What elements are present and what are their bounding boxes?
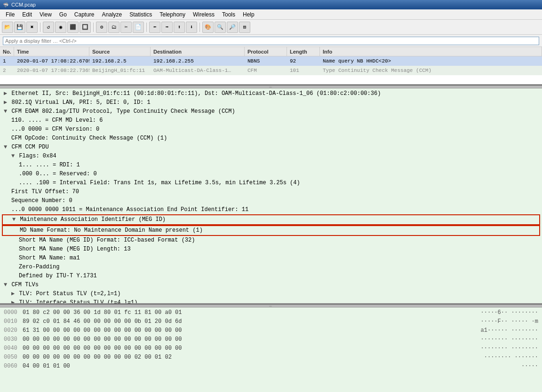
toolbar-sep-1 — [40, 23, 40, 32]
list-item[interactable]: ▼ CFM EOAM 802.1ag/ITU Protocol, Type Co… — [0, 107, 542, 116]
hex-offset: 0020 — [4, 327, 23, 335]
hex-ascii: ·····6·· ········ — [481, 309, 538, 317]
menu-item-view[interactable]: View — [36, 10, 56, 19]
toolbar-options[interactable]: ⚙ — [96, 22, 107, 33]
hex-ascii: ········ ········ — [481, 345, 538, 353]
col-header-source: Source — [89, 47, 151, 56]
menu-item-statistics[interactable]: Statistics — [126, 10, 156, 19]
list-item: 0060 04 00 01 01 00····· — [0, 362, 542, 371]
toolbar-zoom-out[interactable]: 🔎 — [227, 22, 238, 33]
toolbar-reload[interactable]: ↺ — [43, 22, 54, 33]
hex-ascii: a1······ ········ — [481, 327, 538, 335]
detail-text: ...0 0000 = CFM Version: 0 — [11, 126, 99, 133]
list-item: 0030 00 00 00 00 00 00 00 00 00 00 00 00… — [0, 335, 542, 344]
toolbar-capture-start[interactable]: ◉ — [55, 22, 66, 33]
hex-bytes: 00 00 00 00 00 00 00 00 00 00 00 02 00 0… — [23, 353, 477, 361]
table-row[interactable]: 12020-01-07 17:08:22.670598192.168.2.519… — [0, 56, 542, 66]
pkt-cell-2: BeijingH_01:fc:11 — [89, 68, 151, 73]
col-header-dest: Destination — [151, 47, 245, 56]
detail-text: 1... .... = RDI: 1 — [19, 162, 80, 168]
list-item[interactable]: ▼ CFM CCM PDU — [0, 143, 542, 152]
col-header-time: Time — [14, 47, 89, 56]
pkt-cell-4: CFM — [245, 68, 287, 73]
list-item: Short MA Name (MEG ID) Format: ICC-based… — [0, 236, 542, 245]
toolbar-save[interactable]: 💾 — [14, 22, 25, 33]
toolbar-interfaces[interactable]: 🗂 — [108, 22, 120, 33]
list-item: Defined by ITU-T Y.1731 — [0, 272, 542, 281]
list-item[interactable]: ▼ Maintenance Association Identifier (ME… — [2, 214, 540, 225]
list-item[interactable]: ▼ Flags: 0x84 — [0, 152, 542, 161]
hex-ascii: ········ ········ — [481, 336, 538, 344]
list-item: ...0 0000 0000 1011 = Maintenance Associ… — [0, 205, 542, 214]
detail-text: 110. .... = CFM MD Level: 6 — [11, 117, 103, 124]
toolbar-down[interactable]: ⬇ — [186, 22, 197, 33]
toolbar-up[interactable]: ⬆ — [174, 22, 185, 33]
list-item[interactable]: ▶ Ethernet II, Src: BeijingH_01:fc:11 (0… — [0, 89, 542, 98]
hex-ascii: ········ ······· — [484, 353, 538, 361]
menu-item-go[interactable]: Go — [56, 10, 71, 19]
toolbar-zoom-in[interactable]: 🔍 — [215, 22, 226, 33]
hex-bytes: 01 80 c2 00 00 36 00 1d 80 01 fc 11 81 0… — [23, 309, 473, 317]
toolbar-open[interactable]: 📂 — [2, 22, 13, 33]
list-item: 110. .... = CFM MD Level: 6 — [0, 116, 542, 125]
collapsed-icon: ▶ — [4, 90, 10, 97]
table-row[interactable]: 22020-01-07 17:08:22.736579BeijingH_01:f… — [0, 66, 542, 75]
col-header-proto: Protocol — [245, 47, 287, 56]
toolbar-copy[interactable]: 📄 — [133, 22, 144, 33]
hex-offset: 0010 — [4, 318, 23, 326]
title-bar: 🦈 CCM.pcap — [0, 0, 542, 9]
detail-text: ...0 0000 0000 1011 = Maintenance Associ… — [11, 206, 248, 213]
hex-ascii: ····· — [521, 362, 538, 370]
detail-text: Sequence Number: 0 — [11, 197, 72, 204]
col-header-length: Length — [287, 47, 320, 56]
menu-item-analyze[interactable]: Analyze — [98, 10, 126, 19]
detail-text: First TLV Offset: 70 — [11, 188, 79, 195]
list-item[interactable]: ▶ 802.1Q Virtual LAN, PRI: 5, DEI: 0, ID… — [0, 98, 542, 107]
toolbar-back[interactable]: ⬅ — [149, 22, 160, 33]
toolbar-capture-stop[interactable]: ⬛ — [67, 22, 79, 33]
packet-detail: ▶ Ethernet II, Src: BeijingH_01:fc:11 (0… — [0, 88, 542, 305]
pkt-cell-1: 2020-01-07 17:08:22.670598 — [14, 58, 89, 64]
menu-item-telephony[interactable]: Telephony — [156, 10, 189, 19]
toolbar-sep-4 — [199, 23, 200, 32]
menu-item-edit[interactable]: Edit — [18, 10, 36, 19]
detail-text: Flags: 0x84 — [19, 153, 56, 159]
list-item: Short MA Name: ma1 — [0, 254, 542, 263]
toolbar-cut[interactable]: ✂ — [120, 22, 132, 33]
pkt-cell-0: 2 — [0, 68, 14, 73]
toolbar-colorize[interactable]: 🎨 — [202, 22, 214, 33]
collapsed-icon: ▶ — [4, 99, 10, 106]
detail-text: CFM EOAM 802.1ag/ITU Protocol, Type Cont… — [11, 108, 235, 115]
pkt-cell-6: Type Continuity Check Message (CCM) — [320, 68, 542, 73]
list-item[interactable]: ▶ TLV: Port Status TLV (t=2,l=1) — [0, 290, 542, 298]
menu-item-file[interactable]: File — [2, 10, 18, 19]
toolbar-zoom-reset[interactable]: ⊞ — [239, 22, 250, 33]
toolbar-forward[interactable]: ➡ — [161, 22, 173, 33]
expanded-icon: ▼ — [11, 153, 18, 159]
list-item: Sequence Number: 0 — [0, 196, 542, 205]
detail-text: CFM TLVs — [11, 282, 39, 288]
menu-item-capture[interactable]: Capture — [71, 10, 98, 19]
hex-bytes: 00 00 00 00 00 00 00 00 00 00 00 00 00 0… — [23, 336, 473, 344]
detail-text: MD Name Format: No Maintenance Domain Na… — [20, 227, 203, 234]
toolbar: 📂 💾 ✖ ↺ ◉ ⬛ 🔲 ⚙ 🗂 ✂ 📄 ⬅ ➡ ⬆ ⬇ 🎨 🔍 🔎 ⊞ — [0, 20, 542, 35]
detail-text: Short MA Name (MEG ID) Format: ICC-based… — [19, 237, 195, 243]
detail-text: Ethernet II, Src: BeijingH_01:fc:11 (00:… — [11, 90, 381, 97]
menu-item-tools[interactable]: Tools — [218, 10, 239, 19]
list-item[interactable]: ▼ CFM TLVs — [0, 281, 542, 290]
detail-text: TLV: Interface Status TLV (t=4,l=1) — [19, 299, 137, 305]
pkt-cell-6: Name query NB HHDC<20> — [320, 58, 542, 64]
menu-bar: FileEditViewGoCaptureAnalyzeStatisticsTe… — [0, 9, 542, 20]
toolbar-capture-restart[interactable]: 🔲 — [80, 22, 91, 33]
menu-item-help[interactable]: Help — [239, 10, 258, 19]
hex-offset: 0000 — [4, 309, 23, 317]
toolbar-close[interactable]: ✖ — [26, 22, 38, 33]
pkt-cell-3: 192.168.2.255 — [151, 58, 245, 64]
detail-text: Zero-Padding — [19, 264, 59, 270]
list-item: 1... .... = RDI: 1 — [0, 161, 542, 170]
hex-offset: 0030 — [4, 336, 23, 344]
menu-item-wireless[interactable]: Wireless — [189, 10, 218, 19]
filter-input[interactable] — [3, 37, 539, 45]
collapsed-icon: ▶ — [11, 299, 18, 305]
detail-text: Maintenance Association Identifier (MEG … — [20, 216, 166, 223]
